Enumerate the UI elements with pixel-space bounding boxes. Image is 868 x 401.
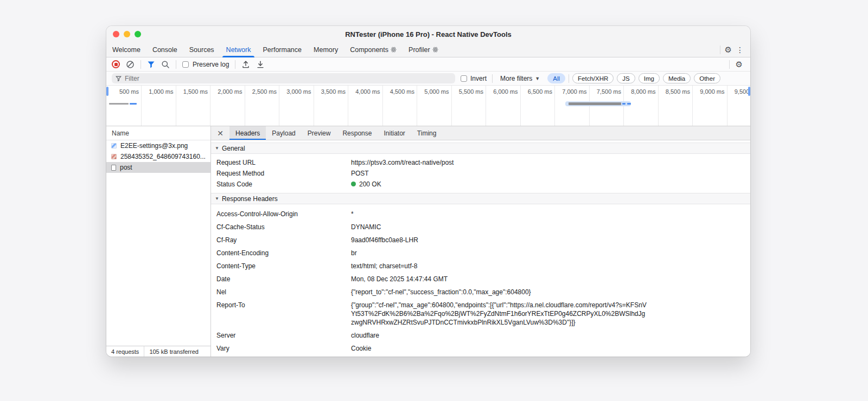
tab-components[interactable]: Components bbox=[344, 42, 403, 57]
response-headers-section-header[interactable]: ▼ Response Headers bbox=[211, 193, 750, 204]
search-icon[interactable] bbox=[161, 60, 170, 69]
details-tab-timing[interactable]: Timing bbox=[411, 126, 443, 140]
filter-funnel-icon bbox=[116, 76, 122, 81]
titlebar: RNTester (iPhone 16 Pro) - React Native … bbox=[106, 26, 750, 42]
details-tab-initiator[interactable]: Initiator bbox=[378, 126, 411, 140]
header-row: Request URL https://ptsv3.com/t/react-na… bbox=[211, 157, 750, 168]
export-har-icon[interactable] bbox=[256, 60, 265, 69]
separator bbox=[569, 74, 569, 83]
tab-sources[interactable]: Sources bbox=[183, 42, 220, 57]
timeline-tick-label: 7,500 ms bbox=[583, 88, 621, 95]
filter-pill-fetch-xhr[interactable]: Fetch/XHR bbox=[572, 73, 614, 83]
timeline-tick-label: 9,000 ms bbox=[687, 88, 725, 95]
filter-pill-js[interactable]: JS bbox=[617, 73, 635, 83]
waterfall-bar-gray-post bbox=[569, 102, 621, 105]
network-overview-timeline[interactable]: 500 ms1,000 ms1,500 ms2,000 ms2,500 ms3,… bbox=[106, 86, 750, 126]
tab-profiler[interactable]: Profiler bbox=[403, 42, 444, 57]
request-list-empty-area bbox=[106, 173, 210, 346]
filter-pill-media[interactable]: Media bbox=[663, 73, 691, 83]
request-row-e2ee-settings[interactable]: E2EE-settings@3x.png bbox=[106, 140, 210, 151]
timeline-tick-label: 6,500 ms bbox=[514, 88, 552, 95]
filter-pill-all[interactable]: All bbox=[547, 73, 565, 83]
tab-memory[interactable]: Memory bbox=[308, 42, 344, 57]
timeline-tick-label: 8,500 ms bbox=[652, 88, 690, 95]
timeline-tick-label: 1,500 ms bbox=[170, 88, 208, 95]
tab-welcome[interactable]: Welcome bbox=[106, 42, 146, 57]
filter-input[interactable]: Filter bbox=[112, 73, 455, 83]
close-details-icon[interactable]: ✕ bbox=[211, 126, 229, 140]
header-row: Date Mon, 08 Dec 2025 14:47:44 GMT bbox=[211, 273, 750, 286]
tab-network[interactable]: Network bbox=[220, 42, 257, 57]
desktop-background: RNTester (iPhone 16 Pro) - React Native … bbox=[0, 0, 868, 401]
react-atom-icon bbox=[432, 47, 438, 53]
details-tab-preview[interactable]: Preview bbox=[302, 126, 337, 140]
record-stop-button[interactable] bbox=[112, 60, 120, 68]
requests-count: 4 requests bbox=[106, 346, 144, 357]
filter-bar: Filter Invert More filters ▼ All Fetch/X… bbox=[106, 72, 750, 86]
header-row: Vary Cookie bbox=[211, 342, 750, 355]
separator bbox=[492, 74, 493, 83]
response-headers-section-body: Access-Control-Allow-Origin * Cf-Cache-S… bbox=[211, 204, 750, 357]
timeline-tick-label: 8,000 ms bbox=[618, 88, 656, 95]
network-content: Name E2EE-settings@3x.png 258435352_6486… bbox=[106, 126, 750, 357]
separator bbox=[729, 60, 730, 69]
preserve-log-checkbox[interactable] bbox=[182, 61, 189, 68]
details-tab-payload[interactable]: Payload bbox=[266, 126, 301, 140]
tab-performance[interactable]: Performance bbox=[257, 42, 308, 57]
filter-toggle-icon[interactable] bbox=[147, 61, 155, 68]
settings-gear-icon[interactable]: ⚙ bbox=[725, 46, 732, 54]
waterfall-bar-gray-early bbox=[109, 103, 129, 105]
react-atom-icon bbox=[391, 47, 397, 53]
headers-scroll-area[interactable]: ▼ General Request URL https://ptsv3.com/… bbox=[211, 140, 750, 357]
timeline-tick-label: 500 ms bbox=[106, 88, 139, 95]
timeline-tick-label: 4,000 ms bbox=[342, 88, 380, 95]
network-settings-gear-icon[interactable]: ⚙ bbox=[736, 60, 743, 68]
timeline-tick-label: 4,500 ms bbox=[376, 88, 414, 95]
timeline-tick-label: 7,000 ms bbox=[549, 88, 587, 95]
invert-checkbox[interactable] bbox=[461, 75, 467, 82]
clear-network-log-icon[interactable] bbox=[126, 60, 135, 69]
overview-left-grip[interactable] bbox=[106, 87, 108, 96]
header-row: Access-Control-Allow-Origin * bbox=[211, 208, 750, 221]
timeline-tick-label: 3,500 ms bbox=[308, 88, 346, 95]
timeline-tick-label: 3,000 ms bbox=[273, 88, 311, 95]
timeline-tick-label: 5,000 ms bbox=[411, 88, 449, 95]
more-filters-dropdown[interactable]: More filters ▼ bbox=[498, 75, 542, 82]
separator bbox=[235, 60, 235, 69]
document-icon bbox=[111, 165, 116, 171]
separator bbox=[720, 46, 720, 54]
header-row: Content-Type text/html; charset=utf-8 bbox=[211, 260, 750, 273]
details-tabstrip: ✕ Headers Payload Preview Response Initi… bbox=[211, 126, 750, 140]
timeline-tick-label: 2,000 ms bbox=[205, 88, 242, 95]
header-row: Status Code 200 OK bbox=[211, 179, 750, 190]
timeline-tick-label: 2,500 ms bbox=[239, 88, 277, 95]
tab-console[interactable]: Console bbox=[146, 42, 183, 57]
filter-pill-other[interactable]: Other bbox=[694, 73, 720, 83]
details-tab-response[interactable]: Response bbox=[336, 126, 378, 140]
overview-right-grip[interactable] bbox=[748, 87, 750, 96]
header-row: Nel {"report_to":"cf-nel","success_fract… bbox=[211, 286, 750, 299]
general-section-header[interactable]: ▼ General bbox=[211, 143, 750, 154]
request-row-post[interactable]: post bbox=[106, 162, 210, 173]
request-row-258435352[interactable]: 258435352_648609743160... bbox=[106, 151, 210, 162]
general-section-body: Request URL https://ptsv3.com/t/react-na… bbox=[211, 154, 750, 193]
details-tab-headers[interactable]: Headers bbox=[229, 126, 266, 140]
filter-pill-img[interactable]: Img bbox=[639, 73, 660, 83]
timeline-tick-label: 1,000 ms bbox=[136, 88, 174, 95]
header-row: Server cloudflare bbox=[211, 329, 750, 342]
status-ok-dot bbox=[351, 182, 356, 186]
header-row: Report-To {"group":"cf-nel","max_age":60… bbox=[211, 299, 750, 329]
image-thumbnail-icon bbox=[111, 154, 117, 159]
name-column-header[interactable]: Name bbox=[106, 126, 210, 140]
waterfall-dash-blue-2 bbox=[627, 103, 631, 105]
kebab-menu-icon[interactable]: ⋮ bbox=[736, 46, 744, 54]
waterfall-bar-blue-early bbox=[130, 103, 137, 105]
header-row: Content-Encoding br bbox=[211, 247, 750, 260]
timeline-tick-label: 9,500 ms bbox=[721, 88, 750, 95]
import-har-icon[interactable] bbox=[241, 60, 250, 69]
timeline-tick-label: 6,000 ms bbox=[480, 88, 518, 95]
separator bbox=[141, 60, 141, 69]
network-summary-bar: 4 requests 105 kB transferred bbox=[106, 346, 210, 357]
header-row: Request Method POST bbox=[211, 168, 750, 179]
filter-placeholder: Filter bbox=[125, 75, 139, 82]
